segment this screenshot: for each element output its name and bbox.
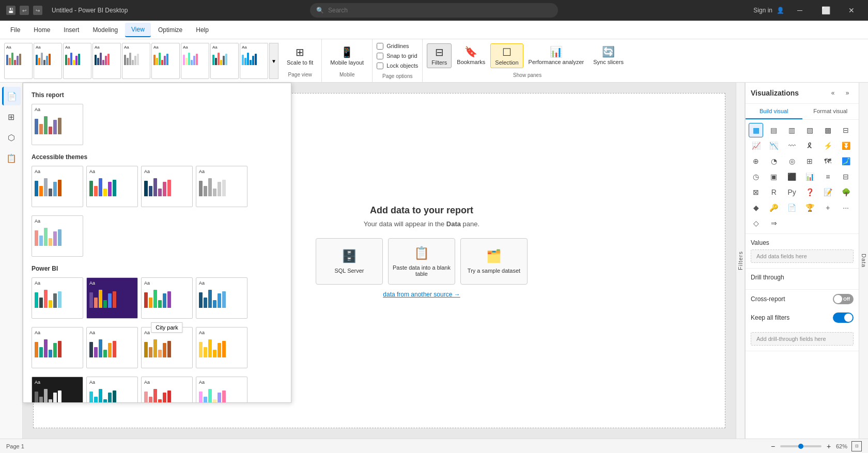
clustered-col-icon[interactable]: ▩	[820, 123, 835, 137]
powerbi-theme-3[interactable]: Aa City park	[141, 277, 193, 319]
accessible-theme-2[interactable]: Aa	[86, 166, 138, 207]
stacked-bar-icon[interactable]: ▦	[749, 123, 763, 137]
theme-9[interactable]: Aa	[240, 43, 268, 79]
powerbi-theme-9[interactable]: Aa	[32, 377, 83, 403]
area-chart-icon[interactable]: 📉	[767, 138, 781, 153]
powerbi-theme-8[interactable]: Aa	[196, 327, 247, 368]
gauge-icon[interactable]: ◷	[749, 169, 763, 184]
lock-objects-checkbox[interactable]	[377, 63, 383, 69]
theme-4[interactable]: Aa	[92, 43, 121, 79]
model-view-icon[interactable]: ⬡	[2, 128, 21, 147]
menu-modeling[interactable]: Modeling	[86, 23, 124, 37]
gridlines-checkbox[interactable]	[377, 43, 383, 50]
another-source-link[interactable]: data from another source →	[316, 291, 528, 298]
save-icon[interactable]: 💾	[6, 6, 16, 15]
line-chart-icon[interactable]: 📈	[749, 138, 763, 153]
matrix-icon[interactable]: ⊠	[749, 185, 763, 199]
theme-2[interactable]: Aa	[34, 43, 62, 79]
powerbi-theme-6[interactable]: Aa	[86, 327, 138, 368]
100pct-bar-icon[interactable]: ▥	[785, 123, 799, 137]
card-icon[interactable]: ▣	[767, 169, 781, 184]
viz-collapse-button[interactable]: «	[827, 87, 839, 99]
menu-insert[interactable]: Insert	[57, 23, 85, 37]
kpi-icon[interactable]: 📊	[802, 169, 817, 184]
search-bar[interactable]: 🔍	[310, 3, 558, 18]
add-drill-fields[interactable]: Add drill-through fields here	[751, 332, 854, 346]
viz-expand-button[interactable]: »	[841, 87, 854, 99]
redo-icon[interactable]: ↪	[33, 6, 42, 15]
paginated-icon[interactable]: 📄	[785, 200, 799, 215]
sign-in-label[interactable]: Sign in	[753, 7, 772, 14]
filters-panel[interactable]: Filters	[736, 83, 745, 439]
current-theme-card[interactable]: Aa	[32, 104, 83, 145]
paste-data-button[interactable]: 📋 Paste data into a blank table	[388, 238, 455, 285]
search-input[interactable]	[328, 7, 552, 14]
fit-to-page-button[interactable]: ⊡	[851, 441, 862, 451]
theme-6[interactable]: Aa	[151, 43, 180, 79]
dax-query-icon[interactable]: 📋	[2, 149, 21, 167]
undo-icon[interactable]: ↩	[20, 6, 29, 15]
map-icon[interactable]: 🗺	[820, 154, 835, 168]
bookmarks-button[interactable]: 🔖 Bookmarks	[453, 43, 489, 68]
100pct-col-icon[interactable]: ⊟	[839, 123, 853, 137]
sync-slicers-button[interactable]: 🔄 Sync slicers	[589, 43, 628, 68]
key-influencers-icon[interactable]: 🔑	[767, 200, 781, 215]
smart-narrative-icon[interactable]: 📝	[820, 185, 835, 199]
line-area-icon[interactable]: 〰	[785, 138, 799, 153]
theme-3[interactable]: Aa	[63, 43, 91, 79]
theme-dropdown-arrow[interactable]: ▼	[269, 43, 278, 79]
theme-5[interactable]: Aa	[122, 43, 150, 79]
filled-map-icon[interactable]: 🗾	[839, 154, 853, 168]
selection-button[interactable]: ☐ Selection	[490, 43, 523, 68]
filters-pane-button[interactable]: ⊟ Filters	[427, 43, 452, 68]
sql-server-button[interactable]: 🗄️ SQL Server	[316, 238, 383, 285]
more-icon[interactable]: ···	[839, 200, 853, 215]
tab-format-visual[interactable]: Format visual	[802, 104, 859, 119]
clustered-bar-icon[interactable]: ▤	[767, 123, 781, 137]
powerbi-theme-10[interactable]: Aa	[86, 377, 138, 403]
shape2-icon[interactable]: ◇	[749, 216, 763, 230]
multirow-card-icon[interactable]: ⬛	[785, 169, 799, 184]
treemap-icon[interactable]: ⊞	[802, 154, 817, 168]
mobile-layout-button[interactable]: 📱 Mobile layout	[326, 44, 368, 68]
performance-analyzer-button[interactable]: 📊 Performance analyzer	[524, 43, 588, 68]
report-view-icon[interactable]: 📄	[2, 87, 21, 105]
custom-icon[interactable]: +	[820, 200, 835, 215]
menu-home[interactable]: Home	[27, 23, 56, 37]
powerbi-theme-5[interactable]: Aa	[32, 327, 83, 368]
powerbi-theme-2[interactable]: Aa	[86, 277, 138, 319]
funnel-icon[interactable]: ⏬	[839, 138, 853, 153]
zoom-out-button[interactable]: −	[768, 441, 778, 451]
keep-all-filters-toggle[interactable]: On	[833, 313, 854, 323]
add-data-fields[interactable]: Add data fields here	[751, 249, 854, 263]
menu-help[interactable]: Help	[190, 23, 215, 37]
snap-to-grid-checkbox[interactable]	[377, 53, 383, 59]
accessible-theme-5[interactable]: Aa	[32, 215, 83, 257]
powerbi-theme-7[interactable]: Aa	[141, 327, 193, 368]
theme-7[interactable]: Aa	[181, 43, 209, 79]
zoom-slider[interactable]	[780, 445, 822, 447]
data-sidebar[interactable]: Data	[859, 83, 868, 439]
table-icon[interactable]: ⊟	[839, 169, 853, 184]
donut-chart-icon[interactable]: ◎	[785, 154, 799, 168]
powerbi-theme-4[interactable]: Aa	[196, 277, 247, 319]
slicer-icon[interactable]: ≡	[820, 169, 835, 184]
close-button[interactable]: ✕	[841, 0, 862, 21]
python-icon[interactable]: Py	[785, 185, 799, 199]
sample-dataset-button[interactable]: 🗂️ Try a sample dataset	[460, 238, 528, 285]
qna-icon[interactable]: ❓	[802, 185, 817, 199]
pie-chart-icon[interactable]: ◔	[767, 154, 781, 168]
r-visual-icon[interactable]: R	[767, 185, 781, 199]
powerbi-theme-1[interactable]: Aa	[32, 277, 83, 319]
decomp-tree-icon[interactable]: 🌳	[839, 185, 853, 199]
powerbi-theme-11[interactable]: Aa	[141, 377, 193, 403]
scale-to-fit-button[interactable]: ⊞ Scale to fit	[283, 44, 317, 68]
minimize-button[interactable]: ─	[789, 0, 810, 21]
shape-icon[interactable]: ◆	[749, 200, 763, 215]
scatter-chart-icon[interactable]: ⊕	[749, 154, 763, 168]
powerbi-theme-12[interactable]: Aa	[196, 377, 247, 403]
menu-file[interactable]: File	[4, 23, 26, 37]
accessible-theme-1[interactable]: Aa	[32, 166, 83, 207]
arrows-icon[interactable]: ⇒	[767, 216, 781, 230]
accessible-theme-4[interactable]: Aa	[196, 166, 247, 207]
